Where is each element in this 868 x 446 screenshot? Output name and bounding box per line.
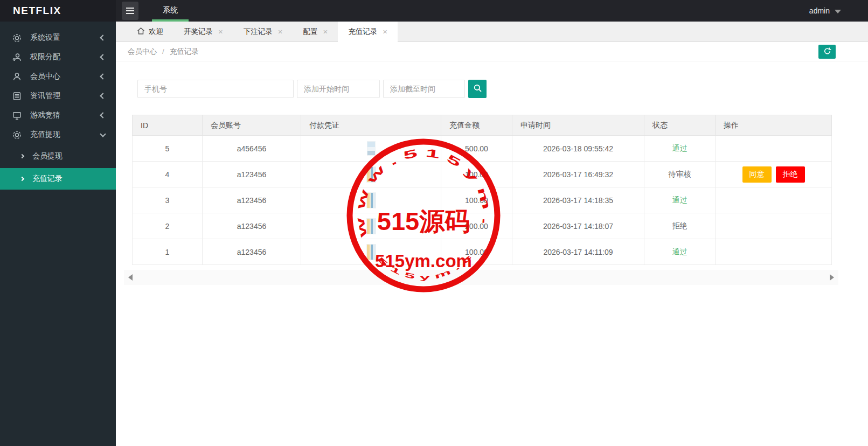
status-badge: 通过	[672, 196, 688, 204]
refresh-icon	[823, 47, 831, 57]
sidebar-subitem-member-withdraw[interactable]: 会员提现	[0, 145, 116, 167]
sidebar: 系统设置 权限分配 会员中心 资讯管理 游戏竞猜 充值提现	[0, 22, 116, 446]
status-badge: 待审核	[669, 170, 691, 178]
sidebar-item-member-center[interactable]: 会员中心	[0, 67, 116, 86]
topnav-system-label: 系统	[163, 5, 178, 14]
top-bar: NETFLIX 系统 admin	[0, 0, 868, 22]
gear-icon	[12, 33, 22, 43]
breadcrumb-separator: /	[162, 47, 164, 55]
chevron-left-icon	[100, 112, 106, 118]
payment-voucher-cell	[301, 213, 441, 239]
approve-button[interactable]: 同意	[742, 166, 772, 183]
record-id: 2	[133, 213, 203, 239]
horizontal-scrollbar[interactable]	[124, 270, 838, 285]
column-header: 付款凭证	[301, 115, 441, 136]
sidebar-item-label: 系统设置	[30, 33, 60, 43]
member-account: a456456	[203, 136, 301, 162]
reject-button[interactable]: 拒绝	[776, 166, 805, 183]
actions-cell	[716, 136, 832, 162]
sidebar-item-game-guess[interactable]: 游戏竞猜	[0, 106, 116, 125]
member-account: a123456	[203, 162, 301, 187]
column-header: 充值金额	[441, 115, 512, 136]
refresh-button[interactable]	[818, 45, 836, 59]
payment-voucher-thumbnail[interactable]	[367, 245, 376, 260]
monitor-icon	[12, 110, 22, 121]
phone-input[interactable]	[137, 80, 294, 98]
member-account: a123456	[203, 213, 301, 239]
records-table-wrap: ID会员账号付款凭证充值金额申请时间状态操作 5a456456500.00202…	[132, 115, 868, 265]
sidebar-item-permissions[interactable]: 权限分配	[0, 47, 116, 67]
sidebar-item-label: 会员中心	[30, 72, 60, 81]
apply-time: 2026-03-17 14:18:35	[512, 187, 644, 213]
apply-time: 2026-03-18 09:55:42	[512, 136, 644, 162]
start-time-input[interactable]	[297, 80, 380, 98]
close-icon[interactable]: ×	[383, 27, 387, 36]
sidebar-item-label: 权限分配	[30, 52, 60, 62]
table-row: 2a123456200.002026-03-17 14:18:07拒绝	[133, 213, 832, 239]
close-icon[interactable]: ×	[323, 27, 328, 36]
user-menu[interactable]: admin	[809, 0, 868, 22]
search-button[interactable]	[468, 80, 487, 98]
payment-voucher-thumbnail[interactable]	[367, 142, 375, 155]
tab-recharge-records[interactable]: 充值记录 ×	[338, 22, 398, 42]
scroll-right-icon[interactable]	[830, 274, 834, 281]
tab-bar: 欢迎 开奖记录 × 下注记录 × 配置 × 充值记录 ×	[116, 22, 868, 42]
apply-time: 2026-03-17 14:11:09	[512, 239, 644, 265]
tab-bet-records[interactable]: 下注记录 ×	[233, 22, 293, 41]
tab-welcome[interactable]: 欢迎	[127, 22, 173, 41]
sidebar-item-recharge-withdraw[interactable]: 充值提现	[0, 125, 116, 144]
records-table: ID会员账号付款凭证充值金额申请时间状态操作 5a456456500.00202…	[132, 115, 832, 265]
chevron-left-icon	[100, 73, 106, 79]
tab-lottery-records[interactable]: 开奖记录 ×	[173, 22, 233, 41]
apply-time: 2026-03-17 16:49:32	[512, 162, 644, 187]
chevron-right-icon	[20, 177, 24, 181]
status-cell: 待审核	[644, 162, 716, 187]
close-icon[interactable]: ×	[278, 27, 283, 36]
search-icon	[473, 83, 482, 94]
actions-cell: 同意拒绝	[716, 162, 832, 187]
home-icon	[137, 27, 145, 37]
tab-label: 下注记录	[244, 27, 273, 37]
table-row: 4a123456100.002026-03-17 16:49:32待审核同意拒绝	[133, 162, 832, 187]
chevron-left-icon	[100, 93, 106, 99]
end-time-input[interactable]	[383, 80, 465, 98]
payment-voucher-thumbnail[interactable]	[367, 219, 376, 234]
column-header: ID	[133, 115, 203, 136]
recharge-amount: 100.00	[441, 239, 512, 265]
topnav-item-system[interactable]: 系统	[150, 0, 191, 22]
gear-icon	[12, 130, 22, 140]
permission-user-icon	[12, 52, 22, 62]
member-account: a123456	[203, 239, 301, 265]
scroll-left-icon[interactable]	[128, 274, 133, 281]
sidebar-item-label: 游戏竞猜	[30, 110, 60, 120]
column-header: 会员账号	[203, 115, 301, 136]
table-row: 5a456456500.002026-03-18 09:55:42通过	[133, 136, 832, 162]
sidebar-item-system-settings[interactable]: 系统设置	[0, 28, 116, 47]
search-toolbar	[137, 80, 868, 98]
sidebar-subitem-recharge-records[interactable]: 充值记录	[0, 168, 116, 190]
record-id: 3	[133, 187, 203, 213]
actions-cell	[716, 187, 832, 213]
hamburger-icon	[126, 8, 134, 9]
status-badge: 通过	[672, 144, 688, 152]
tab-config[interactable]: 配置 ×	[293, 22, 338, 41]
table-header-row: ID会员账号付款凭证充值金额申请时间状态操作	[133, 115, 832, 136]
chevron-left-icon	[100, 34, 106, 40]
status-badge: 通过	[672, 247, 688, 256]
chevron-left-icon	[100, 54, 106, 60]
status-cell: 通过	[644, 239, 716, 265]
apply-time: 2026-03-17 14:18:07	[512, 213, 644, 239]
sidebar-subitem-label: 充值记录	[32, 174, 63, 184]
close-icon[interactable]: ×	[218, 27, 223, 36]
payment-voucher-thumbnail[interactable]	[367, 167, 376, 182]
sidebar-item-news-management[interactable]: 资讯管理	[0, 86, 116, 106]
actions-cell	[716, 213, 832, 239]
status-cell: 通过	[644, 187, 716, 213]
status-cell: 拒绝	[644, 213, 716, 239]
payment-voucher-thumbnail[interactable]	[367, 193, 376, 208]
tab-label: 欢迎	[149, 27, 163, 37]
app-logo: NETFLIX	[0, 0, 116, 22]
payment-voucher-cell	[301, 187, 441, 213]
hamburger-menu-button[interactable]	[122, 2, 138, 20]
actions-cell	[716, 239, 832, 265]
